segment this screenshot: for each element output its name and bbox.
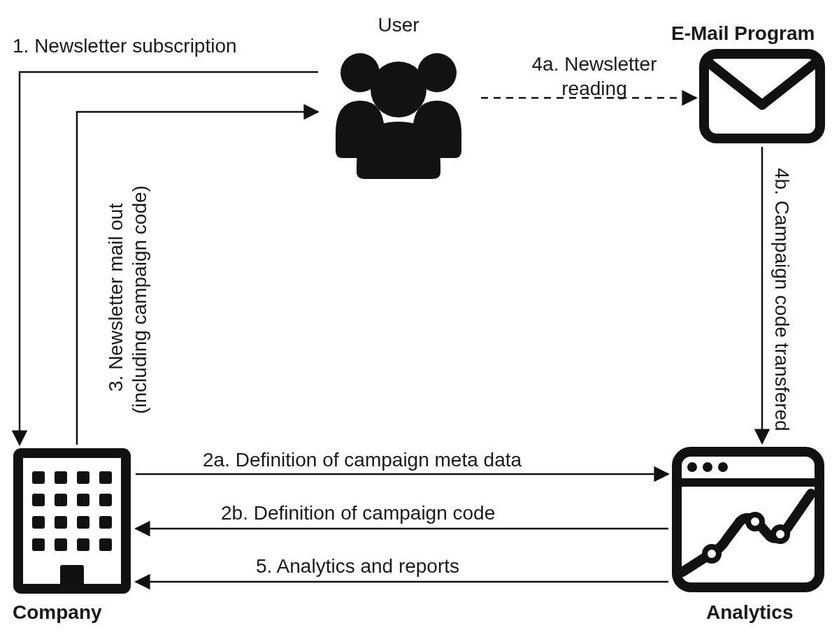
company-building-icon: [13, 448, 131, 594]
svg-point-29: [773, 527, 787, 541]
edge-3-label-2: (including campaign code): [127, 185, 152, 414]
svg-rect-16: [99, 516, 112, 529]
node-email-label: E-Mail Program: [671, 21, 839, 45]
svg-rect-12: [99, 494, 112, 506]
edge-4b-label: 4b. Campaign code transfered: [770, 168, 794, 431]
svg-point-27: [705, 547, 719, 561]
svg-rect-21: [60, 565, 84, 586]
svg-rect-13: [32, 516, 45, 529]
svg-rect-8: [99, 471, 112, 484]
edge-4a-label: 4a. Newsletter reading: [503, 52, 685, 101]
diagram-canvas: { "nodes": { "user": { "label": "User" }…: [0, 0, 839, 644]
svg-rect-18: [55, 538, 67, 551]
svg-rect-7: [77, 471, 89, 484]
svg-rect-14: [55, 516, 67, 529]
edge-4a-line1: 4a. Newsletter: [532, 53, 657, 75]
svg-point-2: [371, 62, 426, 117]
svg-rect-5: [32, 471, 45, 484]
svg-point-26: [718, 462, 728, 472]
svg-rect-15: [77, 516, 89, 529]
node-company-label: Company: [13, 600, 102, 624]
edge-1-label: 1. Newsletter subscription: [13, 34, 237, 58]
svg-point-28: [748, 515, 762, 529]
svg-rect-9: [32, 494, 45, 506]
edge-4a-line2: reading: [561, 78, 626, 99]
svg-rect-6: [55, 471, 67, 484]
edge-3-label: 3. Newsletter mail out: [103, 203, 128, 392]
svg-rect-20: [99, 538, 112, 551]
user-group-icon: [322, 46, 475, 179]
svg-rect-10: [55, 494, 67, 506]
edge-2a-label: 2a. Definition of campaign meta data: [203, 448, 522, 472]
svg-rect-3: [704, 54, 820, 138]
envelope-icon: [699, 49, 825, 143]
svg-rect-17: [32, 538, 45, 551]
svg-point-25: [703, 462, 712, 472]
edge-3-line1: 3. Newsletter mail out: [105, 203, 127, 392]
svg-rect-19: [77, 538, 89, 551]
edge-2b-label: 2b. Definition of campaign code: [221, 501, 495, 525]
svg-point-24: [687, 462, 697, 472]
svg-rect-11: [77, 494, 89, 506]
node-user-label: User: [343, 13, 454, 37]
analytics-icon: [671, 446, 825, 593]
node-analytics-label: Analytics: [706, 600, 794, 624]
edge-5-label: 5. Analytics and reports: [256, 554, 459, 578]
edge-3-line2: (including campaign code): [129, 185, 150, 414]
